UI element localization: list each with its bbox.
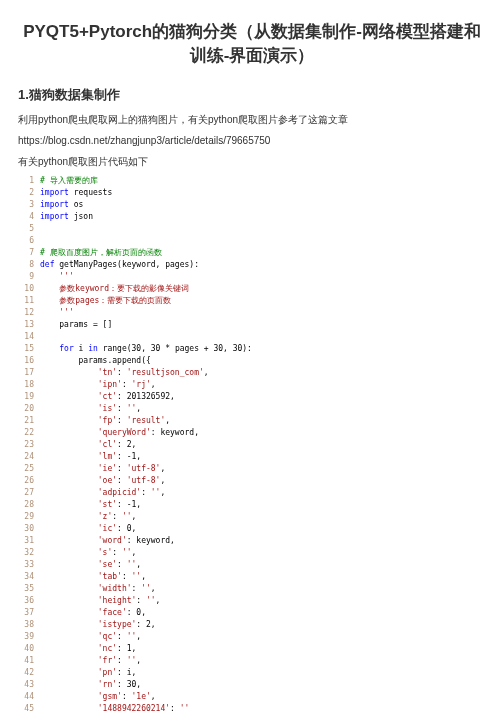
code-line: 31 'word': keyword, (18, 535, 486, 547)
line-number: 27 (18, 487, 34, 499)
code-line: 11 参数pages：需要下载的页面数 (18, 295, 486, 307)
line-content: 'rn': 30, (40, 679, 141, 691)
line-content: import os (40, 199, 83, 211)
code-line: 40 'nc': 1, (18, 643, 486, 655)
code-line: 10 参数keyword：要下载的影像关键词 (18, 283, 486, 295)
line-content: def getManyPages(keyword, pages): (40, 259, 199, 271)
line-content: 'st': -1, (40, 499, 141, 511)
line-content: 'fr': '', (40, 655, 141, 667)
line-content: 'pn': i, (40, 667, 136, 679)
line-number: 9 (18, 271, 34, 283)
code-line: 25 'ie': 'utf-8', (18, 463, 486, 475)
code-line: 34 'tab': '', (18, 571, 486, 583)
line-number: 21 (18, 415, 34, 427)
line-number: 6 (18, 235, 34, 247)
line-content: 'adpicid': '', (40, 487, 165, 499)
line-content: import json (40, 211, 93, 223)
code-line: 5 (18, 223, 486, 235)
line-number: 8 (18, 259, 34, 271)
code-line: 20 'is': '', (18, 403, 486, 415)
line-number: 28 (18, 499, 34, 511)
line-content: params.append({ (40, 355, 151, 367)
line-content: 'queryWord': keyword, (40, 427, 199, 439)
line-number: 35 (18, 583, 34, 595)
line-content: 'face': 0, (40, 607, 146, 619)
line-number: 23 (18, 439, 34, 451)
desc-2: https://blog.csdn.net/zhangjunp3/article… (18, 133, 486, 148)
line-content: 'ic': 0, (40, 523, 136, 535)
line-number: 30 (18, 523, 34, 535)
line-content: 'istype': 2, (40, 619, 156, 631)
line-number: 13 (18, 319, 34, 331)
line-content: 'oe': 'utf-8', (40, 475, 165, 487)
code-line: 27 'adpicid': '', (18, 487, 486, 499)
code-line: 22 'queryWord': keyword, (18, 427, 486, 439)
line-number: 7 (18, 247, 34, 259)
code-line: 38 'istype': 2, (18, 619, 486, 631)
code-line: 4import json (18, 211, 486, 223)
code-line: 6 (18, 235, 486, 247)
code-line: 9 ''' (18, 271, 486, 283)
line-number: 14 (18, 331, 34, 343)
code-line: 2import requests (18, 187, 486, 199)
line-number: 24 (18, 451, 34, 463)
line-number: 44 (18, 691, 34, 703)
code-line: 3import os (18, 199, 486, 211)
code-line: 32 's': '', (18, 547, 486, 559)
code-line: 42 'pn': i, (18, 667, 486, 679)
code-line: 30 'ic': 0, (18, 523, 486, 535)
line-content: 'tn': 'resultjson_com', (40, 367, 209, 379)
line-number: 39 (18, 631, 34, 643)
line-content: 参数keyword：要下载的影像关键词 (40, 283, 189, 295)
section-heading: 1.猫狗数据集制作 (18, 86, 486, 104)
code-line: 15 for i in range(30, 30 * pages + 30, 3… (18, 343, 486, 355)
line-content: ''' (40, 307, 74, 319)
line-content: 'fp': 'result', (40, 415, 170, 427)
line-content: 'ct': 201326592, (40, 391, 175, 403)
line-number: 19 (18, 391, 34, 403)
line-number: 25 (18, 463, 34, 475)
code-line: 21 'fp': 'result', (18, 415, 486, 427)
line-number: 11 (18, 295, 34, 307)
line-number: 3 (18, 199, 34, 211)
line-number: 38 (18, 619, 34, 631)
line-content: 'se': '', (40, 559, 141, 571)
line-content: params = [] (40, 319, 112, 331)
line-content: 'height': '', (40, 595, 160, 607)
code-line: 12 ''' (18, 307, 486, 319)
code-line: 13 params = [] (18, 319, 486, 331)
line-content: # 爬取百度图片，解析页面的函数 (40, 247, 162, 259)
line-content: 'tab': '', (40, 571, 146, 583)
line-number: 5 (18, 223, 34, 235)
desc-1: 利用python爬虫爬取网上的猫狗图片，有关python爬取图片参考了这篇文章 (18, 112, 486, 127)
line-content: # 导入需要的库 (40, 175, 98, 187)
line-number: 20 (18, 403, 34, 415)
line-number: 32 (18, 547, 34, 559)
line-content: 参数pages：需要下载的页面数 (40, 295, 171, 307)
line-number: 15 (18, 343, 34, 355)
code-line: 14 (18, 331, 486, 343)
line-number: 1 (18, 175, 34, 187)
line-content: 'cl': 2, (40, 439, 136, 451)
code-line: 28 'st': -1, (18, 499, 486, 511)
line-number: 18 (18, 379, 34, 391)
code-line: 17 'tn': 'resultjson_com', (18, 367, 486, 379)
line-content: 'ipn': 'rj', (40, 379, 156, 391)
code-line: 33 'se': '', (18, 559, 486, 571)
line-number: 16 (18, 355, 34, 367)
line-content: 'is': '', (40, 403, 141, 415)
code-line: 29 'z': '', (18, 511, 486, 523)
line-number: 17 (18, 367, 34, 379)
code-line: 16 params.append({ (18, 355, 486, 367)
code-block: 1# 导入需要的库2import requests3import os4impo… (18, 175, 486, 713)
line-number: 22 (18, 427, 34, 439)
code-line: 37 'face': 0, (18, 607, 486, 619)
code-line: 35 'width': '', (18, 583, 486, 595)
line-number: 31 (18, 535, 34, 547)
line-content: for i in range(30, 30 * pages + 30, 30): (40, 343, 252, 355)
line-content: 'width': '', (40, 583, 156, 595)
code-line: 1# 导入需要的库 (18, 175, 486, 187)
line-number: 43 (18, 679, 34, 691)
code-line: 36 'height': '', (18, 595, 486, 607)
code-line: 26 'oe': 'utf-8', (18, 475, 486, 487)
